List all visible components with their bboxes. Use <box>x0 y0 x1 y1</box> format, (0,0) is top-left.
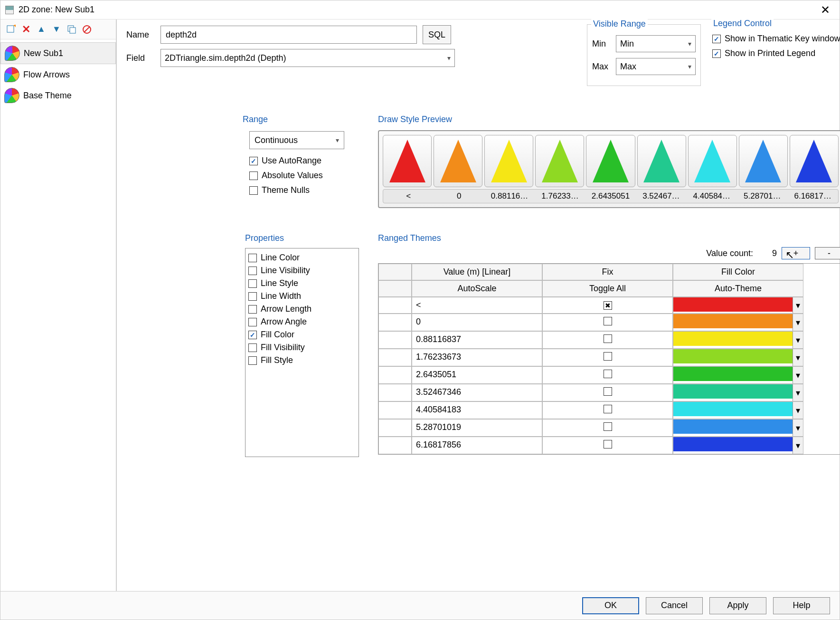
absolute-checkbox[interactable]: Absolute Values <box>249 171 357 181</box>
fill-color-cell[interactable]: ▾ <box>673 419 803 437</box>
preview-swatch[interactable] <box>383 135 432 187</box>
printed-checkbox[interactable]: Show in Printed Legend <box>712 48 840 58</box>
field-select[interactable]: 2DTriangle.sim.depth2d (Depth) ▾ <box>160 49 455 67</box>
property-checkbox[interactable]: Line Visibility <box>248 264 356 277</box>
up-arrow-icon[interactable]: ▲ <box>35 23 48 36</box>
fix-checkbox[interactable] <box>604 352 612 361</box>
down-arrow-icon[interactable]: ▼ <box>50 23 63 36</box>
property-checkbox[interactable]: Arrow Length <box>248 303 356 315</box>
delete-icon[interactable]: ✕ <box>19 23 33 36</box>
autoscale-button[interactable]: AutoScale <box>412 280 542 297</box>
fill-header[interactable]: Fill Color <box>673 264 803 280</box>
fill-color-cell[interactable]: ▾ <box>673 401 803 419</box>
fix-checkbox[interactable] <box>604 405 612 413</box>
color-dropdown-button[interactable]: ▾ <box>793 420 803 436</box>
fix-header[interactable]: Fix <box>542 264 673 280</box>
row-selector[interactable] <box>378 401 412 419</box>
fix-checkbox[interactable] <box>604 422 612 431</box>
thematic-checkbox[interactable]: Show in Thematic Key window <box>712 34 840 44</box>
value-count-minus-button[interactable]: - <box>815 247 840 259</box>
checkbox-icon <box>248 305 257 314</box>
color-dropdown-button[interactable]: ▾ <box>793 367 803 383</box>
value-cell[interactable]: 6.16817856 <box>412 437 542 454</box>
fill-color-cell[interactable]: ▾ <box>673 437 803 454</box>
row-selector[interactable] <box>378 437 412 454</box>
sql-button[interactable]: SQL <box>423 25 451 44</box>
value-cell[interactable]: 0 <box>412 314 542 331</box>
row-selector[interactable] <box>378 349 412 366</box>
preview-swatch[interactable] <box>739 135 788 187</box>
fill-color-cell[interactable]: ▾ <box>673 349 803 366</box>
row-selector[interactable] <box>378 314 412 331</box>
property-checkbox[interactable]: Line Width <box>248 290 356 303</box>
min-combo[interactable]: Min▾ <box>616 35 696 52</box>
preview-swatch[interactable] <box>688 135 737 187</box>
auto-theme-button[interactable]: Auto-Theme <box>673 280 803 297</box>
property-checkbox[interactable]: Fill Visibility <box>248 341 356 354</box>
row-selector[interactable] <box>378 331 412 349</box>
sidebar-item[interactable]: New Sub1 <box>0 42 116 64</box>
value-cell[interactable]: 5.28701019 <box>412 419 542 437</box>
help-button[interactable]: Help <box>773 597 830 614</box>
fill-color-cell[interactable]: ▾ <box>673 314 803 331</box>
property-checkbox[interactable]: Line Style <box>248 277 356 290</box>
nulls-checkbox[interactable]: Theme Nulls <box>249 185 357 195</box>
preview-swatch[interactable] <box>484 135 533 187</box>
fill-color-cell[interactable]: ▾ <box>673 384 803 401</box>
color-dropdown-button[interactable]: ▾ <box>793 349 803 366</box>
color-dropdown-button[interactable]: ▾ <box>793 402 803 419</box>
fix-checkbox[interactable] <box>604 387 612 396</box>
value-cell[interactable]: 0.88116837 <box>412 331 542 349</box>
cancel-button[interactable]: Cancel <box>646 597 703 614</box>
color-dropdown-button[interactable]: ▾ <box>793 384 803 401</box>
sidebar-item[interactable]: Flow Arrows <box>0 64 116 85</box>
preview-swatch[interactable] <box>434 135 482 187</box>
value-cell[interactable]: 4.40584183 <box>412 401 542 419</box>
row-selector[interactable] <box>378 384 412 401</box>
fix-checkbox[interactable] <box>604 440 612 448</box>
row-selector-header <box>378 264 412 280</box>
name-input[interactable] <box>160 26 417 44</box>
row-selector[interactable] <box>378 297 412 314</box>
sidebar-item[interactable]: Base Theme <box>0 85 116 106</box>
fix-checkbox[interactable] <box>604 370 612 378</box>
close-button[interactable]: ✕ <box>816 3 835 17</box>
fix-checkbox[interactable] <box>604 334 612 343</box>
toggle-all-button[interactable]: Toggle All <box>542 280 673 297</box>
fix-checkbox[interactable] <box>604 317 612 325</box>
value-cell[interactable]: 2.6435051 <box>412 366 542 384</box>
property-checkbox[interactable]: Fill Style <box>248 354 356 367</box>
prohibit-icon[interactable] <box>80 23 94 36</box>
preview-swatch[interactable] <box>637 135 686 187</box>
apply-button[interactable]: Apply <box>709 597 766 614</box>
fix-cell <box>542 401 673 419</box>
color-dropdown-button[interactable]: ▾ <box>793 297 803 313</box>
property-checkbox[interactable]: Fill Color <box>248 328 356 341</box>
fill-color-cell[interactable]: ▾ <box>673 297 803 314</box>
range-type-combo[interactable]: Continuous▾ <box>249 131 344 149</box>
row-selector[interactable] <box>378 366 412 384</box>
property-label: Line Color <box>261 253 300 263</box>
value-header[interactable]: Value (m) [Linear] <box>412 264 542 280</box>
preview-swatch[interactable] <box>586 135 635 187</box>
value-cell[interactable]: < <box>412 297 542 314</box>
color-dropdown-button[interactable]: ▾ <box>793 314 803 331</box>
row-selector[interactable] <box>378 419 412 437</box>
max-combo[interactable]: Max▾ <box>616 58 696 75</box>
property-checkbox[interactable]: Line Color <box>248 251 356 264</box>
new-icon[interactable]: ✦ <box>4 23 18 36</box>
preview-swatch[interactable] <box>790 135 839 187</box>
fill-color-cell[interactable]: ▾ <box>673 331 803 349</box>
value-count-plus-button[interactable]: + <box>782 247 810 259</box>
color-dropdown-button[interactable]: ▾ <box>793 332 803 348</box>
preview-swatch[interactable] <box>535 135 584 187</box>
property-checkbox[interactable]: Arrow Angle <box>248 315 356 328</box>
value-cell[interactable]: 3.52467346 <box>412 384 542 401</box>
color-dropdown-button[interactable]: ▾ <box>793 437 803 454</box>
fill-color-cell[interactable]: ▾ <box>673 366 803 384</box>
value-cell[interactable]: 1.76233673 <box>412 349 542 366</box>
autorange-checkbox[interactable]: Use AutoRange <box>249 156 357 166</box>
fix-checkbox[interactable] <box>604 301 612 310</box>
copy-icon[interactable] <box>65 23 78 36</box>
ok-button[interactable]: OK <box>582 597 639 614</box>
